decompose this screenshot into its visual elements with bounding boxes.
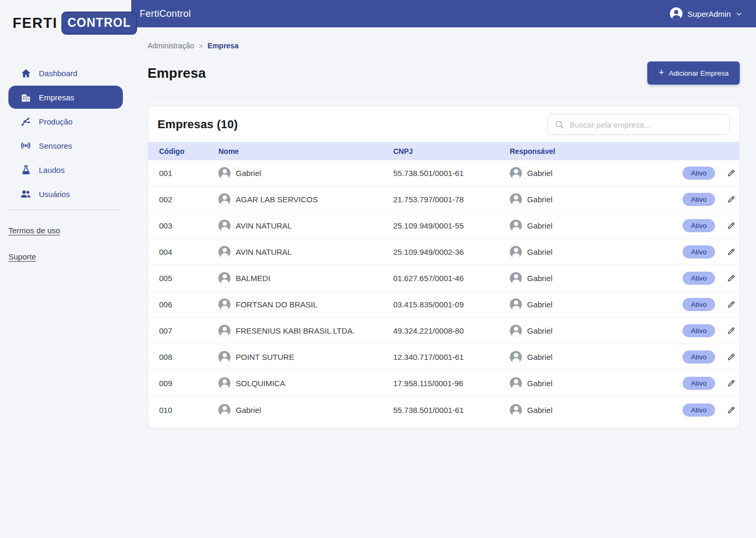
sidebar-nav: Dashboard Empresas Produção Sensores Lau: [0, 61, 131, 205]
company-name-cell: POINT SUTURE: [218, 351, 393, 363]
support-link[interactable]: Suporte: [8, 252, 36, 261]
edit-company-button[interactable]: [723, 405, 739, 416]
table-header: Código Nome CNPJ Responsável: [148, 142, 739, 160]
responsible-avatar-icon: [510, 246, 522, 258]
pencil-icon: [727, 379, 736, 388]
edit-company-button[interactable]: [723, 273, 739, 284]
responsible-avatar-icon: [510, 272, 522, 284]
topbar-app-title: FertiControl: [140, 8, 191, 19]
sidebar-item-producao[interactable]: Produção: [8, 110, 123, 133]
sidebar-item-sensores[interactable]: Sensores: [8, 134, 123, 157]
sidebar-item-empresas[interactable]: Empresas: [8, 86, 123, 109]
sidebar-item-usuarios[interactable]: Usuários: [8, 182, 123, 205]
sidebar-item-laudos[interactable]: Laudos: [8, 158, 123, 181]
table-row[interactable]: 001 Gabriel 55.738.501/0001-61 Gabriel A…: [148, 160, 739, 187]
company-code: 001: [148, 169, 218, 178]
edit-company-button[interactable]: [723, 194, 739, 205]
table-row[interactable]: 008 POINT SUTURE 12.340.717/0001-61 Gabr…: [148, 344, 739, 370]
responsible-name: Gabriel: [527, 169, 552, 178]
home-icon: [20, 67, 32, 79]
edit-company-button[interactable]: [723, 168, 739, 179]
company-name-cell: BALMEDI: [218, 272, 393, 284]
main-content: Administração > Empresa Empresa + Adicio…: [131, 27, 756, 428]
table-row[interactable]: 009 SOLQUIMICA 17.958.115/0001-96 Gabrie…: [148, 370, 739, 397]
company-avatar-icon: [218, 377, 230, 389]
edit-company-button[interactable]: [723, 299, 739, 310]
company-cnpj: 25.109.949/0002-36: [393, 247, 510, 256]
pencil-icon: [727, 406, 736, 415]
sidebar-item-dashboard[interactable]: Dashboard: [8, 61, 123, 85]
sidebar-item-label: Usuários: [39, 190, 70, 199]
table-row[interactable]: 002 AGAR LAB SERVICOS 21.753.797/0001-78…: [148, 187, 739, 213]
company-name: Gabriel: [236, 406, 261, 415]
terms-link[interactable]: Termos de uso: [8, 226, 60, 235]
building-icon: [20, 91, 32, 103]
table-row[interactable]: 007 FRESENIUS KABI BRASIL LTDA. 49.324.2…: [148, 318, 739, 344]
sidebar-divider: [8, 210, 123, 210]
responsible-name: Gabriel: [527, 353, 552, 361]
table-row[interactable]: 004 AVIN NATURAL 25.109.949/0002-36 Gabr…: [148, 239, 739, 265]
company-name: AVIN NATURAL: [236, 221, 292, 230]
responsible-cell: Gabriel: [510, 351, 675, 363]
search-input[interactable]: [570, 120, 722, 129]
sidebar-item-label: Dashboard: [39, 69, 77, 78]
company-cnpj: 01.627.657/0001-46: [393, 274, 510, 283]
responsible-name: Gabriel: [527, 247, 552, 256]
add-company-button[interactable]: + Adicionar Empresa: [647, 61, 740, 85]
responsible-cell: Gabriel: [510, 404, 675, 416]
table-row[interactable]: 006 FORTSAN DO BRASIL 03.415.835/0001-09…: [148, 292, 739, 318]
company-code: 003: [148, 221, 218, 230]
company-code: 006: [148, 300, 218, 309]
table-row[interactable]: 010 Gabriel 55.738.501/0001-61 Gabriel A…: [148, 397, 739, 423]
responsible-cell: Gabriel: [510, 377, 675, 389]
pencil-icon: [727, 169, 736, 178]
company-name: AVIN NATURAL: [236, 247, 292, 256]
responsible-name: Gabriel: [527, 326, 552, 335]
table-row[interactable]: 003 AVIN NATURAL 25.109.949/0001-55 Gabr…: [148, 213, 739, 239]
company-cnpj: 55.738.501/0001-61: [393, 406, 510, 415]
company-avatar-icon: [218, 246, 230, 258]
company-cnpj: 55.738.501/0001-61: [393, 169, 510, 178]
company-name: FORTSAN DO BRASIL: [236, 300, 318, 309]
edit-company-button[interactable]: [723, 220, 739, 231]
edit-company-button[interactable]: [723, 325, 739, 336]
company-code: 007: [148, 326, 218, 335]
responsible-name: Gabriel: [527, 195, 552, 204]
molecule-icon: [20, 116, 32, 127]
responsible-avatar-icon: [510, 220, 522, 232]
sidebar-item-label: Empresas: [39, 93, 75, 102]
pencil-icon: [727, 326, 736, 335]
company-code: 008: [148, 353, 218, 361]
page-title: Empresa: [148, 65, 206, 81]
column-header-responsavel: Responsável: [510, 147, 675, 156]
table-row[interactable]: 005 BALMEDI 01.627.657/0001-46 Gabriel A…: [148, 265, 739, 292]
edit-company-button[interactable]: [723, 246, 739, 257]
sidebar-item-label: Sensores: [39, 141, 72, 150]
status-badge: Ativo: [682, 350, 715, 364]
responsible-cell: Gabriel: [510, 325, 675, 337]
breadcrumb-current: Empresa: [207, 42, 238, 50]
status-badge: Ativo: [682, 245, 715, 258]
edit-company-button[interactable]: [723, 351, 739, 363]
company-name: Gabriel: [236, 169, 261, 178]
responsible-avatar-icon: [510, 325, 522, 337]
company-name: BALMEDI: [236, 274, 270, 283]
company-cnpj: 12.340.717/0001-61: [393, 353, 510, 361]
responsible-avatar-icon: [510, 298, 522, 311]
company-cnpj: 25.109.949/0001-55: [393, 221, 510, 230]
breadcrumb-section[interactable]: Administração: [148, 42, 194, 50]
responsible-avatar-icon: [510, 193, 522, 205]
responsible-name: Gabriel: [527, 379, 552, 388]
user-menu[interactable]: SuperAdmin: [670, 7, 742, 20]
edit-company-button[interactable]: [723, 378, 739, 389]
company-code: 010: [148, 406, 218, 415]
company-cnpj: 49.324.221/0008-80: [393, 326, 510, 335]
company-code: 002: [148, 195, 218, 204]
status-badge: Ativo: [682, 167, 715, 180]
status-badge: Ativo: [682, 324, 715, 337]
company-name-cell: SOLQUIMICA: [218, 377, 393, 389]
pencil-icon: [727, 247, 736, 256]
company-name: AGAR LAB SERVICOS: [236, 195, 318, 204]
company-name-cell: FRESENIUS KABI BRASIL LTDA.: [218, 325, 393, 337]
plus-icon: +: [658, 68, 664, 77]
